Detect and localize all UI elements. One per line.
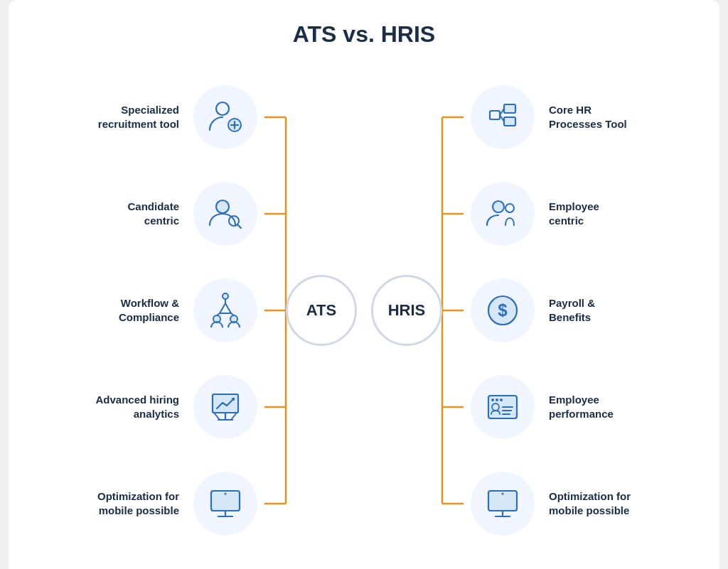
svg-point-4: [216, 200, 229, 213]
svg-point-48: [496, 399, 498, 401]
svg-rect-37: [504, 104, 515, 113]
svg-point-7: [223, 293, 228, 299]
left-icons: [186, 69, 264, 552]
icon-specialized: [193, 85, 257, 149]
svg-rect-39: [490, 111, 500, 119]
svg-point-55: [502, 493, 504, 495]
label-performance: Employeeperformance: [549, 364, 614, 450]
label-mobile-right: Optimization formobile possible: [549, 461, 631, 546]
label-workflow: Workflow &Compliance: [119, 268, 179, 353]
label-core-hr: Core HRProcesses Tool: [549, 75, 627, 160]
svg-point-47: [491, 399, 494, 401]
icon-workflow: [193, 278, 257, 342]
label-specialized: Specializedrecruitment tool: [98, 75, 179, 160]
svg-text:$: $: [498, 300, 508, 320]
diagram: Specializedrecruitment tool Candidatecen…: [37, 69, 691, 552]
svg-rect-38: [504, 117, 515, 126]
left-labels: Specializedrecruitment tool Candidatecen…: [65, 69, 186, 552]
svg-line-12: [217, 313, 220, 315]
label-payroll: Payroll &Benefits: [549, 268, 595, 353]
right-icons: $: [464, 69, 542, 552]
svg-point-49: [500, 399, 503, 401]
svg-line-6: [237, 224, 241, 228]
svg-line-17: [214, 413, 220, 420]
icon-mobile-right: [471, 472, 535, 536]
svg-line-18: [231, 413, 237, 420]
label-employee-centric: Employeecentric: [549, 171, 599, 256]
ats-circle: ATS: [286, 275, 357, 346]
icon-analytics: [193, 375, 257, 439]
icon-performance: [471, 375, 535, 439]
svg-point-0: [216, 102, 229, 115]
icon-mobile-left: [193, 472, 257, 536]
svg-point-42: [493, 201, 504, 212]
label-analytics: Advanced hiringanalytics: [95, 364, 179, 450]
page-title: ATS vs. HRIS: [37, 21, 691, 48]
icon-candidate: [193, 182, 257, 246]
icon-employee-centric: [471, 182, 535, 246]
main-card: ATS vs. HRIS Specializedrecruitment tool…: [9, 0, 719, 569]
icon-payroll: $: [471, 278, 535, 342]
center-section: ATS HRIS: [264, 69, 464, 552]
svg-point-20: [225, 493, 227, 495]
label-mobile-left: Optimization formobile possible: [97, 461, 179, 546]
icon-core-hr: [471, 85, 535, 149]
svg-point-43: [505, 204, 514, 212]
svg-rect-14: [213, 394, 238, 413]
hris-circle: HRIS: [371, 275, 442, 346]
svg-line-13: [231, 313, 234, 315]
right-labels: Core HRProcesses Tool Employeecentric Pa…: [542, 69, 663, 552]
svg-marker-8: [220, 303, 231, 313]
label-candidate: Candidatecentric: [127, 171, 179, 256]
